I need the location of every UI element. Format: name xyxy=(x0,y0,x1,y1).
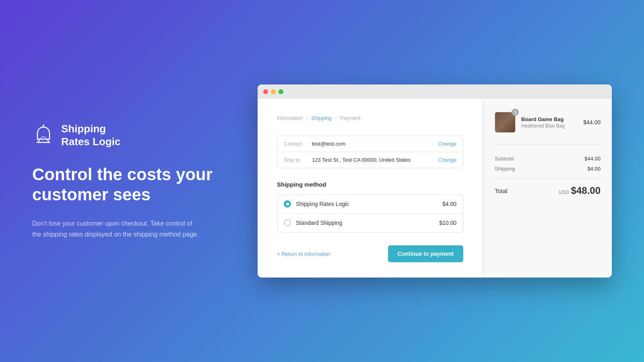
headline: Control the costs your customer sees xyxy=(32,165,233,205)
page-container: Shipping Rates Logic Control the costs y… xyxy=(0,0,644,362)
radio-selected-icon xyxy=(284,200,291,208)
breadcrumb: Information › Shipping › Payment xyxy=(277,115,463,121)
browser-titlebar xyxy=(258,84,612,99)
checkout-left: Information › Shipping › Payment Contact… xyxy=(258,99,483,278)
shipping-option-standard[interactable]: Standard Shipping $10.00 xyxy=(277,214,463,232)
shipping-rates-logic-price: $4.00 xyxy=(442,201,456,207)
ship-to-change-button[interactable]: Change xyxy=(438,157,456,163)
browser-window: Information › Shipping › Payment Contact… xyxy=(258,84,612,278)
total-label: Total xyxy=(495,187,508,194)
subtotal-value: $44.00 xyxy=(584,156,601,162)
logo-icon xyxy=(32,124,55,146)
breadcrumb-shipping[interactable]: Shipping xyxy=(311,115,332,121)
shipping-standard-price: $10.00 xyxy=(439,220,456,226)
subtext: Don't lose your customer upon checkout. … xyxy=(32,218,201,240)
shipping-row: Shipping $4.00 xyxy=(495,166,601,172)
product-name: Board Game Bag xyxy=(521,116,578,122)
checkout-actions: < Return to information Continue to paym… xyxy=(277,245,463,262)
total-row: Total USD $48.00 xyxy=(495,185,601,196)
contact-change-button[interactable]: Change xyxy=(438,141,456,147)
browser-content: Information › Shipping › Payment Contact… xyxy=(258,99,612,278)
product-item: 1 Board Game Bag Heathered Blue Bag $44.… xyxy=(495,112,601,144)
subtotal-label: Subtotal xyxy=(495,156,514,162)
shipping-method-title: Shipping method xyxy=(277,181,463,188)
logo-line1: Shipping xyxy=(61,122,120,136)
contact-label: Contact xyxy=(284,141,312,147)
continue-to-payment-button[interactable]: Continue to payment xyxy=(388,245,463,262)
logo-line2: Rates Logic xyxy=(61,135,120,148)
shipping-option-rates-logic[interactable]: Shipping Rates Logic $4.00 xyxy=(277,195,463,214)
total-amount: $48.00 xyxy=(571,185,601,196)
product-variant: Heathered Blue Bag xyxy=(521,123,578,129)
shipping-options: Shipping Rates Logic $4.00 Standard Ship… xyxy=(277,194,463,232)
order-summary: 1 Board Game Bag Heathered Blue Bag $44.… xyxy=(483,99,612,278)
svg-point-4 xyxy=(43,125,44,126)
logo-text: Shipping Rates Logic xyxy=(61,122,120,148)
logo-area: Shipping Rates Logic xyxy=(32,122,233,148)
product-badge: 1 xyxy=(512,109,519,116)
summary-divider xyxy=(495,178,601,179)
left-panel: Shipping Rates Logic Control the costs y… xyxy=(32,122,258,240)
product-info: Board Game Bag Heathered Blue Bag xyxy=(521,116,578,129)
info-table: Contact test@test.com Change Ship to 123… xyxy=(277,136,463,168)
subtotal-row: Subtotal $44.00 xyxy=(495,156,601,162)
return-to-information-link[interactable]: < Return to information xyxy=(277,251,330,257)
shipping-value: $4.00 xyxy=(587,166,601,172)
breadcrumb-sep-2: › xyxy=(335,115,336,121)
product-image-wrap: 1 xyxy=(495,112,516,133)
contact-value: test@test.com xyxy=(312,141,438,147)
shipping-label: Shipping xyxy=(495,166,515,172)
breadcrumb-sep-1: › xyxy=(306,115,308,121)
ship-to-label: Ship to xyxy=(284,157,312,163)
traffic-light-green[interactable] xyxy=(279,89,283,94)
breadcrumb-payment[interactable]: Payment xyxy=(340,115,360,121)
product-price: $44.00 xyxy=(583,119,601,125)
total-currency: USD xyxy=(559,189,569,195)
ship-to-row: Ship to 123 Test St., Test CA 00000, Uni… xyxy=(277,152,463,168)
contact-row: Contact test@test.com Change xyxy=(277,136,463,152)
ship-to-value: 123 Test St., Test CA 00000, United Stat… xyxy=(312,157,438,163)
total-value: USD $48.00 xyxy=(559,185,601,196)
traffic-light-red[interactable] xyxy=(263,89,268,94)
shipping-rates-logic-name: Shipping Rates Logic xyxy=(296,201,438,207)
breadcrumb-information[interactable]: Information xyxy=(277,115,303,121)
radio-empty-icon xyxy=(284,219,291,226)
traffic-light-yellow[interactable] xyxy=(271,89,276,94)
shipping-standard-name: Standard Shipping xyxy=(296,220,434,226)
